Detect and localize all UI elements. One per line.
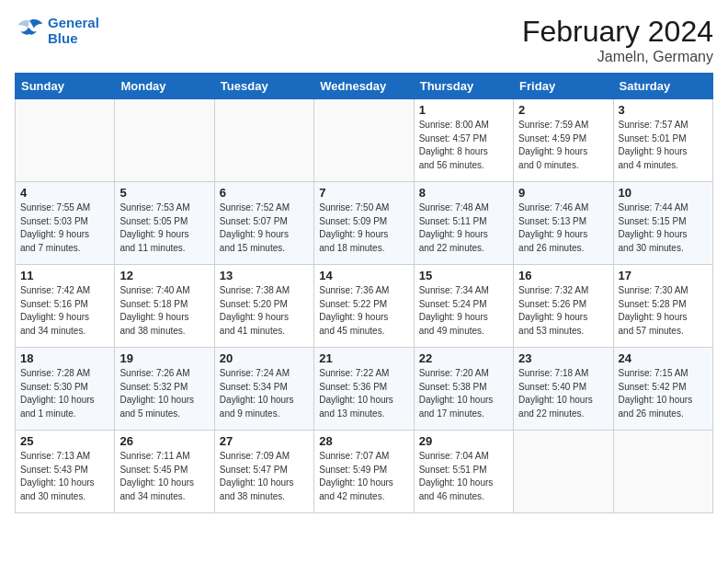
calendar-cell: 14Sunrise: 7:36 AM Sunset: 5:22 PM Dayli… (314, 265, 414, 348)
calendar-cell: 29Sunrise: 7:04 AM Sunset: 5:51 PM Dayli… (414, 431, 513, 513)
day-number: 18 (20, 351, 109, 365)
day-info: Sunrise: 7:44 AM Sunset: 5:15 PM Dayligh… (619, 201, 708, 255)
calendar-cell: 26Sunrise: 7:11 AM Sunset: 5:45 PM Dayli… (115, 431, 214, 513)
calendar-table: Sunday Monday Tuesday Wednesday Thursday… (15, 73, 713, 513)
day-info: Sunrise: 7:57 AM Sunset: 5:01 PM Dayligh… (619, 119, 708, 172)
calendar-cell: 7Sunrise: 7:50 AM Sunset: 5:09 PM Daylig… (314, 182, 414, 265)
day-info: Sunrise: 7:20 AM Sunset: 5:38 PM Dayligh… (419, 367, 508, 420)
calendar-cell: 4Sunrise: 7:55 AM Sunset: 5:03 PM Daylig… (16, 182, 115, 265)
calendar-cell: 6Sunrise: 7:52 AM Sunset: 5:07 PM Daylig… (214, 182, 313, 265)
calendar-cell: 25Sunrise: 7:13 AM Sunset: 5:43 PM Dayli… (16, 431, 115, 513)
day-number: 20 (220, 351, 309, 365)
day-number: 12 (119, 269, 209, 282)
day-number: 23 (518, 351, 608, 365)
header-wednesday: Wednesday (314, 74, 414, 99)
logo-icon (15, 17, 44, 43)
calendar-cell (115, 99, 214, 182)
day-number: 5 (119, 186, 209, 200)
calendar-cell: 5Sunrise: 7:53 AM Sunset: 5:05 PM Daylig… (115, 182, 214, 265)
day-number: 4 (20, 186, 109, 200)
calendar-cell (613, 431, 712, 513)
day-number: 27 (220, 434, 309, 448)
calendar-cell: 15Sunrise: 7:34 AM Sunset: 5:24 PM Dayli… (414, 265, 513, 348)
day-number: 1 (419, 103, 508, 117)
day-number: 7 (319, 186, 408, 200)
title-block: February 2024 Jameln, Germany (522, 15, 713, 65)
day-info: Sunrise: 7:38 AM Sunset: 5:20 PM Dayligh… (220, 284, 309, 338)
month-title: February 2024 (522, 15, 713, 49)
day-info: Sunrise: 7:50 AM Sunset: 5:09 PM Dayligh… (319, 201, 408, 255)
calendar-cell: 20Sunrise: 7:24 AM Sunset: 5:34 PM Dayli… (214, 348, 313, 431)
calendar-cell: 11Sunrise: 7:42 AM Sunset: 5:16 PM Dayli… (16, 265, 115, 348)
calendar-cell: 24Sunrise: 7:15 AM Sunset: 5:42 PM Dayli… (613, 348, 712, 431)
day-info: Sunrise: 7:32 AM Sunset: 5:26 PM Dayligh… (518, 284, 608, 338)
calendar-cell (214, 99, 313, 182)
calendar-cell: 27Sunrise: 7:09 AM Sunset: 5:47 PM Dayli… (214, 431, 313, 513)
day-info: Sunrise: 7:30 AM Sunset: 5:28 PM Dayligh… (619, 284, 708, 338)
header-tuesday: Tuesday (214, 74, 313, 99)
day-number: 14 (319, 269, 408, 282)
logo-text: General Blue (48, 15, 99, 46)
calendar-cell: 21Sunrise: 7:22 AM Sunset: 5:36 PM Dayli… (314, 348, 414, 431)
day-number: 15 (419, 269, 508, 282)
day-info: Sunrise: 7:55 AM Sunset: 5:03 PM Dayligh… (20, 201, 109, 255)
calendar-cell (514, 431, 613, 513)
day-info: Sunrise: 8:00 AM Sunset: 4:57 PM Dayligh… (419, 119, 508, 172)
day-number: 24 (619, 351, 708, 365)
header-row: Sunday Monday Tuesday Wednesday Thursday… (16, 74, 713, 99)
calendar-week-3: 11Sunrise: 7:42 AM Sunset: 5:16 PM Dayli… (16, 265, 713, 348)
day-info: Sunrise: 7:13 AM Sunset: 5:43 PM Dayligh… (20, 450, 109, 503)
day-number: 25 (20, 434, 109, 448)
day-info: Sunrise: 7:18 AM Sunset: 5:40 PM Dayligh… (518, 367, 608, 420)
day-info: Sunrise: 7:42 AM Sunset: 5:16 PM Dayligh… (20, 284, 109, 338)
day-info: Sunrise: 7:34 AM Sunset: 5:24 PM Dayligh… (419, 284, 508, 338)
day-number: 11 (20, 269, 109, 282)
header-sunday: Sunday (16, 74, 115, 99)
calendar-cell: 1Sunrise: 8:00 AM Sunset: 4:57 PM Daylig… (414, 99, 513, 182)
day-number: 28 (319, 434, 408, 448)
day-number: 21 (319, 351, 408, 365)
day-info: Sunrise: 7:53 AM Sunset: 5:05 PM Dayligh… (119, 201, 209, 255)
day-number: 8 (419, 186, 508, 200)
calendar-week-5: 25Sunrise: 7:13 AM Sunset: 5:43 PM Dayli… (16, 431, 713, 513)
calendar-cell: 28Sunrise: 7:07 AM Sunset: 5:49 PM Dayli… (314, 431, 414, 513)
calendar-cell: 16Sunrise: 7:32 AM Sunset: 5:26 PM Dayli… (514, 265, 613, 348)
calendar-cell: 3Sunrise: 7:57 AM Sunset: 5:01 PM Daylig… (613, 99, 712, 182)
calendar-cell: 19Sunrise: 7:26 AM Sunset: 5:32 PM Dayli… (115, 348, 214, 431)
calendar-cell (16, 99, 115, 182)
calendar-cell (314, 99, 414, 182)
day-number: 10 (619, 186, 708, 200)
day-number: 3 (619, 103, 708, 117)
calendar-week-1: 1Sunrise: 8:00 AM Sunset: 4:57 PM Daylig… (16, 99, 713, 182)
calendar-cell: 22Sunrise: 7:20 AM Sunset: 5:38 PM Dayli… (414, 348, 513, 431)
day-number: 13 (220, 269, 309, 282)
day-info: Sunrise: 7:15 AM Sunset: 5:42 PM Dayligh… (619, 367, 708, 420)
day-info: Sunrise: 7:48 AM Sunset: 5:11 PM Dayligh… (419, 201, 508, 255)
day-info: Sunrise: 7:59 AM Sunset: 4:59 PM Dayligh… (518, 119, 608, 172)
calendar-cell: 8Sunrise: 7:48 AM Sunset: 5:11 PM Daylig… (414, 182, 513, 265)
day-info: Sunrise: 7:09 AM Sunset: 5:47 PM Dayligh… (220, 450, 309, 503)
calendar-cell: 13Sunrise: 7:38 AM Sunset: 5:20 PM Dayli… (214, 265, 313, 348)
page-header: General Blue February 2024 Jameln, Germa… (15, 15, 713, 65)
day-info: Sunrise: 7:04 AM Sunset: 5:51 PM Dayligh… (419, 450, 508, 503)
day-info: Sunrise: 7:52 AM Sunset: 5:07 PM Dayligh… (220, 201, 309, 255)
calendar-body: 1Sunrise: 8:00 AM Sunset: 4:57 PM Daylig… (16, 99, 713, 513)
day-info: Sunrise: 7:22 AM Sunset: 5:36 PM Dayligh… (319, 367, 408, 420)
header-monday: Monday (115, 74, 214, 99)
day-info: Sunrise: 7:36 AM Sunset: 5:22 PM Dayligh… (319, 284, 408, 338)
location-title: Jameln, Germany (522, 49, 713, 65)
day-number: 22 (419, 351, 508, 365)
day-number: 16 (518, 269, 608, 282)
day-number: 2 (518, 103, 608, 117)
day-info: Sunrise: 7:24 AM Sunset: 5:34 PM Dayligh… (220, 367, 309, 420)
day-info: Sunrise: 7:26 AM Sunset: 5:32 PM Dayligh… (119, 367, 209, 420)
day-number: 19 (119, 351, 209, 365)
header-thursday: Thursday (414, 74, 513, 99)
header-friday: Friday (514, 74, 613, 99)
day-number: 29 (419, 434, 508, 448)
calendar-week-2: 4Sunrise: 7:55 AM Sunset: 5:03 PM Daylig… (16, 182, 713, 265)
day-info: Sunrise: 7:11 AM Sunset: 5:45 PM Dayligh… (119, 450, 209, 503)
header-saturday: Saturday (613, 74, 712, 99)
day-info: Sunrise: 7:28 AM Sunset: 5:30 PM Dayligh… (20, 367, 109, 420)
day-number: 9 (518, 186, 608, 200)
